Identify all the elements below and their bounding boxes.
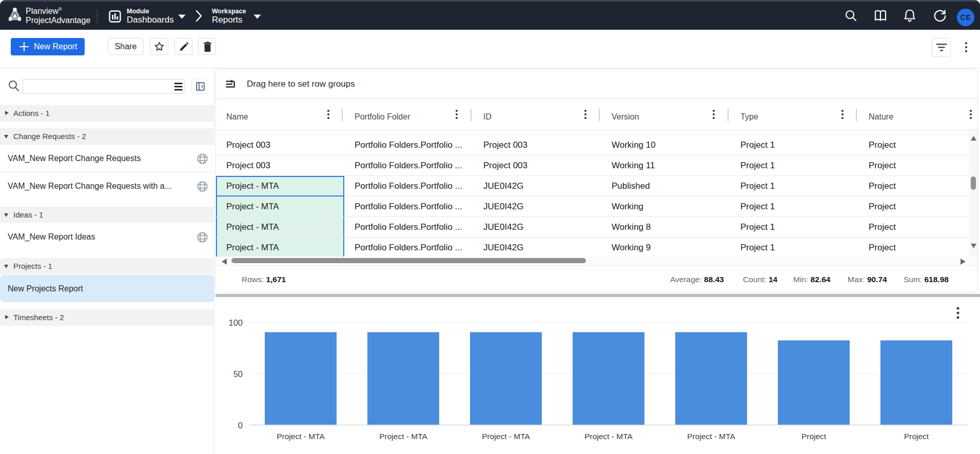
svg-text:50: 50 — [233, 369, 243, 379]
svg-text:Project: Project — [801, 432, 827, 441]
svg-text:Project: Project — [904, 432, 929, 441]
svg-text:Project - MTA: Project - MTA — [482, 432, 530, 441]
svg-text:Project - MTA: Project - MTA — [379, 432, 427, 441]
svg-text:Project - MTA: Project - MTA — [584, 432, 633, 441]
svg-text:Project - MTA: Project - MTA — [687, 432, 735, 441]
svg-text:Project - MTA: Project - MTA — [277, 432, 325, 441]
svg-text:0: 0 — [238, 421, 243, 430]
svg-text:100: 100 — [228, 318, 243, 327]
